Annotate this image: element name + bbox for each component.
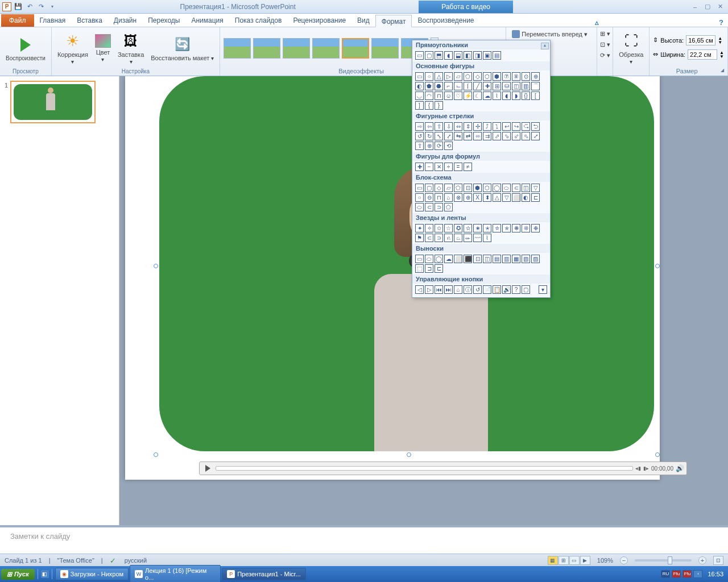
tab-playback[interactable]: Воспроизведение xyxy=(412,14,479,27)
shape-icon[interactable]: ⬠ xyxy=(464,72,472,81)
shape-icon[interactable]: ⌙ xyxy=(454,82,462,90)
shape-icon[interactable]: ✪ xyxy=(454,224,462,232)
shape-icon[interactable]: ↺ xyxy=(473,285,482,294)
bring-forward-button[interactable]: Переместить вперед ▾ xyxy=(510,29,590,39)
shape-icon[interactable]: ⬜ xyxy=(512,193,520,202)
shape-icon[interactable]: ☆ xyxy=(444,224,453,232)
volume-icon[interactable]: 🔊 xyxy=(676,464,684,472)
shape-icon[interactable]: ☾ xyxy=(473,92,482,100)
shape-icon[interactable]: ◖ xyxy=(444,51,453,60)
shape-icon[interactable]: ↻ xyxy=(425,132,433,140)
shape-icon[interactable]: ⬍ xyxy=(483,193,491,202)
tab-review[interactable]: Рецензирование xyxy=(287,14,351,27)
style-item[interactable] xyxy=(283,38,310,59)
shape-icon[interactable]: ⬠ xyxy=(444,203,453,211)
redo-icon[interactable]: ↷ xyxy=(36,2,46,11)
tray-icon[interactable]: Ffu xyxy=(672,570,681,578)
shape-icon[interactable]: ❋ xyxy=(512,224,520,232)
tab-transitions[interactable]: Переходы xyxy=(142,14,185,27)
shape-icon[interactable]: ▢ xyxy=(425,184,433,192)
shape-icon[interactable]: ⬭ xyxy=(425,255,433,263)
shape-icon[interactable]: ↩ xyxy=(502,122,511,131)
color-button[interactable]: Цвет▾ xyxy=(93,33,113,63)
shape-icon[interactable]: ◇ xyxy=(473,72,482,81)
shape-icon[interactable]: ⬚ xyxy=(415,264,424,273)
shape-icon[interactable]: ⊡ xyxy=(473,255,482,263)
tab-view[interactable]: Вид xyxy=(351,14,375,27)
shape-icon[interactable]: ○ xyxy=(425,72,433,81)
shape-icon[interactable]: ⊓ xyxy=(435,92,443,100)
shape-icon[interactable]: [ xyxy=(531,92,540,100)
play-button[interactable]: Воспроизвести xyxy=(3,35,48,63)
shape-icon[interactable]: ↪ xyxy=(512,122,520,131)
shape-icon[interactable]: ⬀ xyxy=(493,132,501,140)
shape-icon[interactable]: ⇄ xyxy=(464,132,472,140)
skip-back-icon[interactable]: ◂▮ xyxy=(635,465,641,471)
shape-icon[interactable]: ♡ xyxy=(454,92,462,100)
shape-icon[interactable]: ⏢ xyxy=(454,234,462,242)
shape-icon[interactable]: ⤢ xyxy=(531,132,540,140)
task-item[interactable]: WЛекция 1 (16) [Режим о... xyxy=(130,565,221,582)
shape-icon[interactable]: ✭ xyxy=(483,224,491,232)
shape-icon[interactable]: ⌇ xyxy=(493,92,501,100)
shape-icon[interactable]: ⊞ xyxy=(493,82,501,90)
task-item-active[interactable]: PПрезентация1 - Micr... xyxy=(222,568,306,580)
shape-icon[interactable]: ⇪ xyxy=(415,142,424,150)
slide-thumb-wrap[interactable]: 1 xyxy=(5,81,114,123)
shape-icon[interactable]: ⬢ xyxy=(493,72,501,81)
zoom-slider[interactable] xyxy=(635,559,692,562)
style-item[interactable] xyxy=(312,38,340,59)
shape-icon[interactable]: ⤣ xyxy=(435,132,443,140)
width-input[interactable] xyxy=(688,49,717,60)
shape-icon[interactable]: △ xyxy=(493,193,501,202)
shape-icon[interactable]: ⏭ xyxy=(444,285,453,294)
shape-icon[interactable]: ◧ xyxy=(464,51,472,60)
scroll-up-icon[interactable]: ▲ xyxy=(541,43,549,49)
shape-icon[interactable]: ▦ xyxy=(512,255,520,263)
zoom-out-button[interactable]: − xyxy=(620,556,628,564)
spellcheck-icon[interactable]: ✓ xyxy=(110,556,118,564)
correction-button[interactable]: ☀ Коррекция▾ xyxy=(55,31,90,65)
shape-icon[interactable]: ⮌ xyxy=(531,122,540,131)
group-button[interactable]: ⊡▾ xyxy=(598,40,613,49)
shape-icon[interactable]: ⇆ xyxy=(454,132,462,140)
shape-icon[interactable]: ◐ xyxy=(415,82,424,90)
start-button[interactable]: ⊞ Пуск xyxy=(1,569,35,580)
shape-icon[interactable]: ✩ xyxy=(435,224,443,232)
shape-icon[interactable]: ▭ xyxy=(415,72,424,81)
ribbon-minimize-icon[interactable]: ▵ xyxy=(595,18,599,27)
shape-icon[interactable]: ◖ xyxy=(502,92,511,100)
maximize-icon[interactable]: ▢ xyxy=(702,3,713,11)
shape-icon[interactable]: ⇔ xyxy=(454,122,462,131)
shape-icon[interactable]: 🔊 xyxy=(502,285,511,294)
spinner-icon[interactable]: ▲▼ xyxy=(718,36,722,44)
shape-icon[interactable]: } xyxy=(435,101,443,110)
shape-icon[interactable]: ⤵ xyxy=(493,122,501,131)
shape-icon[interactable]: ⌂ xyxy=(454,285,462,294)
shape-icon[interactable]: ◫ xyxy=(522,184,530,192)
save-icon[interactable]: 💾 xyxy=(14,2,23,11)
shape-icon[interactable]: ▢ xyxy=(522,285,530,294)
shape-icon[interactable]: ◐ xyxy=(522,193,530,202)
tab-slideshow[interactable]: Показ слайдов xyxy=(229,14,288,27)
shape-icon[interactable]: ? xyxy=(512,285,520,294)
shape-icon[interactable]: ⏮ xyxy=(435,285,443,294)
shape-icon[interactable]: ▧ xyxy=(522,255,530,263)
shape-icon[interactable]: ⊓ xyxy=(435,193,443,202)
shape-icon[interactable]: ↺ xyxy=(415,132,424,140)
shape-icon[interactable]: ⊗ xyxy=(454,193,462,202)
shape-icon[interactable]: ⊃ xyxy=(435,203,443,211)
shape-icon[interactable]: ☺ xyxy=(444,92,453,100)
rotate-button[interactable]: ⟳▾ xyxy=(598,51,613,60)
shape-icon[interactable]: ⬭ xyxy=(415,203,424,211)
shape-icon[interactable]: ▭ xyxy=(415,255,424,263)
shape-icon[interactable]: ▢ xyxy=(425,51,433,60)
normal-view-icon[interactable]: ▦ xyxy=(548,556,558,565)
shape-icon[interactable]: ≠ xyxy=(464,163,472,171)
shape-icon[interactable]: ❊ xyxy=(522,224,530,232)
shape-icon[interactable]: ⊕ xyxy=(531,72,540,81)
shape-icon[interactable]: ▨ xyxy=(531,255,540,263)
shape-icon[interactable]: ╱ xyxy=(473,82,482,90)
shape-icon[interactable]: ✕ xyxy=(435,163,443,171)
shape-icon[interactable]: ⑧ xyxy=(512,72,520,81)
